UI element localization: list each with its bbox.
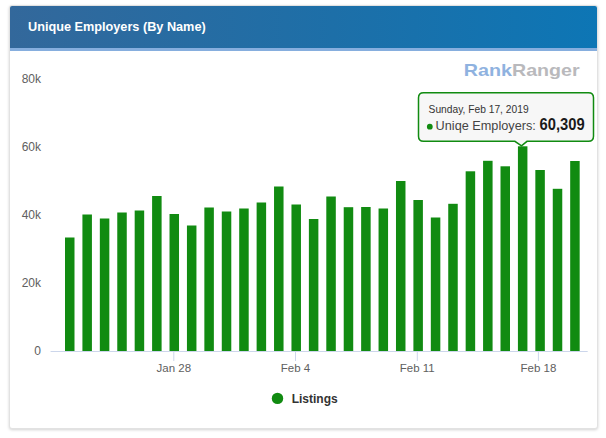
svg-text:Feb 18: Feb 18	[520, 362, 556, 374]
svg-text:Listings: Listings	[292, 392, 338, 406]
svg-text:Rank: Rank	[464, 61, 513, 80]
svg-text:60k: 60k	[22, 140, 42, 154]
svg-text:Feb 11: Feb 11	[400, 362, 435, 374]
svg-text:Sunday, Feb 17, 2019: Sunday, Feb 17, 2019	[429, 103, 529, 115]
svg-text:Jan 28: Jan 28	[157, 362, 192, 374]
svg-text:80k: 80k	[22, 72, 42, 86]
svg-text:Uniqe Employers:: Uniqe Employers:	[436, 118, 536, 133]
svg-text:20k: 20k	[22, 276, 42, 290]
svg-text:Feb 4: Feb 4	[281, 362, 311, 374]
svg-text:60,309: 60,309	[540, 116, 585, 133]
svg-text:0: 0	[34, 344, 41, 358]
svg-text:40k: 40k	[22, 208, 42, 222]
svg-text:Ranger: Ranger	[512, 61, 580, 80]
